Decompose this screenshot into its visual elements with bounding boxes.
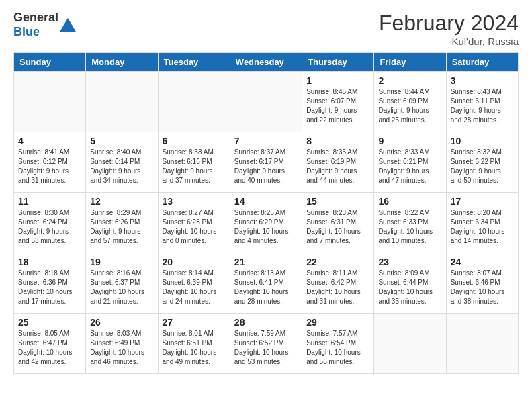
table-row: 20Sunrise: 8:14 AM Sunset: 6:39 PM Dayli… [158,253,230,314]
day-number: 25 [18,317,81,328]
table-row: 25Sunrise: 8:05 AM Sunset: 6:47 PM Dayli… [14,314,86,374]
col-thursday: Thursday [302,53,374,72]
day-info: Sunrise: 8:27 AM Sunset: 6:28 PM Dayligh… [163,208,226,246]
day-info: Sunrise: 8:38 AM Sunset: 6:16 PM Dayligh… [163,148,226,185]
day-info: Sunrise: 8:35 AM Sunset: 6:19 PM Dayligh… [306,148,369,185]
day-info: Sunrise: 8:41 AM Sunset: 6:12 PM Dayligh… [18,148,81,185]
table-row [14,72,86,132]
col-saturday: Saturday [446,53,518,72]
day-info: Sunrise: 8:44 AM Sunset: 6:09 PM Dayligh… [378,87,441,125]
calendar-body: 1Sunrise: 8:45 AM Sunset: 6:07 PM Daylig… [14,72,519,374]
calendar-week-row: 11Sunrise: 8:30 AM Sunset: 6:24 PM Dayli… [14,193,519,253]
table-row [230,72,302,132]
logo: General Blue [13,11,76,39]
day-number: 29 [306,317,369,328]
calendar-week-row: 1Sunrise: 8:45 AM Sunset: 6:07 PM Daylig… [14,72,519,132]
day-number: 15 [306,196,369,207]
day-number: 23 [378,257,441,267]
day-number: 5 [90,136,153,146]
day-number: 9 [378,136,441,146]
table-row: 11Sunrise: 8:30 AM Sunset: 6:24 PM Dayli… [14,193,86,253]
day-number: 7 [234,136,298,146]
day-info: Sunrise: 8:18 AM Sunset: 6:36 PM Dayligh… [18,269,81,306]
day-info: Sunrise: 8:45 AM Sunset: 6:07 PM Dayligh… [306,87,369,125]
table-row: 3Sunrise: 8:43 AM Sunset: 6:11 PM Daylig… [446,72,518,132]
calendar-week-row: 18Sunrise: 8:18 AM Sunset: 6:36 PM Dayli… [14,253,519,314]
day-number: 22 [306,257,369,267]
table-row [374,314,446,374]
month-title: February 2024 [379,11,519,36]
calendar-week-row: 25Sunrise: 8:05 AM Sunset: 6:47 PM Dayli… [14,314,519,374]
calendar-table: Sunday Monday Tuesday Wednesday Thursday… [13,52,519,374]
table-row: 21Sunrise: 8:13 AM Sunset: 6:41 PM Dayli… [230,253,302,314]
day-number: 26 [90,317,153,328]
table-row: 15Sunrise: 8:23 AM Sunset: 6:31 PM Dayli… [302,193,374,253]
day-info: Sunrise: 8:29 AM Sunset: 6:26 PM Dayligh… [90,208,153,246]
day-number: 8 [306,136,369,146]
day-number: 3 [451,75,514,86]
day-number: 19 [90,257,153,267]
table-row: 26Sunrise: 8:03 AM Sunset: 6:49 PM Dayli… [86,314,158,374]
calendar-week-row: 4Sunrise: 8:41 AM Sunset: 6:12 PM Daylig… [14,132,519,193]
day-number: 17 [451,196,514,207]
day-info: Sunrise: 8:30 AM Sunset: 6:24 PM Dayligh… [18,208,81,246]
col-sunday: Sunday [14,53,86,72]
table-row [158,72,230,132]
location-subtitle: Kul'dur, Russia [379,36,519,47]
day-info: Sunrise: 8:20 AM Sunset: 6:34 PM Dayligh… [451,208,514,246]
table-row: 19Sunrise: 8:16 AM Sunset: 6:37 PM Dayli… [86,253,158,314]
day-number: 16 [378,196,441,207]
header-row: Sunday Monday Tuesday Wednesday Thursday… [14,53,519,72]
logo-general: General [13,11,58,24]
calendar-header: Sunday Monday Tuesday Wednesday Thursday… [14,53,519,72]
day-number: 2 [378,75,441,86]
day-number: 27 [163,317,226,328]
logo-blue: Blue [13,25,40,38]
table-row [86,72,158,132]
table-row: 28Sunrise: 7:59 AM Sunset: 6:52 PM Dayli… [230,314,302,374]
table-row: 9Sunrise: 8:33 AM Sunset: 6:21 PM Daylig… [374,132,446,193]
day-number: 10 [451,136,514,146]
logo-icon [60,18,76,32]
day-info: Sunrise: 8:43 AM Sunset: 6:11 PM Dayligh… [451,87,514,125]
col-tuesday: Tuesday [158,53,230,72]
day-info: Sunrise: 7:59 AM Sunset: 6:52 PM Dayligh… [234,329,298,367]
table-row: 5Sunrise: 8:40 AM Sunset: 6:14 PM Daylig… [86,132,158,193]
day-info: Sunrise: 8:33 AM Sunset: 6:21 PM Dayligh… [378,148,441,185]
day-number: 18 [18,257,81,267]
col-friday: Friday [374,53,446,72]
col-wednesday: Wednesday [230,53,302,72]
table-row: 16Sunrise: 8:22 AM Sunset: 6:33 PM Dayli… [374,193,446,253]
day-number: 1 [306,75,369,86]
day-info: Sunrise: 8:03 AM Sunset: 6:49 PM Dayligh… [90,329,153,367]
day-info: Sunrise: 8:22 AM Sunset: 6:33 PM Dayligh… [378,208,441,246]
day-info: Sunrise: 8:16 AM Sunset: 6:37 PM Dayligh… [90,269,153,306]
day-number: 20 [163,257,226,267]
day-info: Sunrise: 8:32 AM Sunset: 6:22 PM Dayligh… [451,148,514,185]
table-row: 22Sunrise: 8:11 AM Sunset: 6:42 PM Dayli… [302,253,374,314]
table-row: 29Sunrise: 7:57 AM Sunset: 6:54 PM Dayli… [302,314,374,374]
table-row: 24Sunrise: 8:07 AM Sunset: 6:46 PM Dayli… [446,253,518,314]
day-number: 12 [90,196,153,207]
table-row: 4Sunrise: 8:41 AM Sunset: 6:12 PM Daylig… [14,132,86,193]
title-area: February 2024 Kul'dur, Russia [379,11,519,47]
table-row: 2Sunrise: 8:44 AM Sunset: 6:09 PM Daylig… [374,72,446,132]
day-info: Sunrise: 8:40 AM Sunset: 6:14 PM Dayligh… [90,148,153,185]
table-row: 27Sunrise: 8:01 AM Sunset: 6:51 PM Dayli… [158,314,230,374]
day-info: Sunrise: 8:13 AM Sunset: 6:41 PM Dayligh… [234,269,298,306]
day-number: 28 [234,317,298,328]
table-row: 7Sunrise: 8:37 AM Sunset: 6:17 PM Daylig… [230,132,302,193]
day-number: 24 [451,257,514,267]
col-monday: Monday [86,53,158,72]
day-info: Sunrise: 8:01 AM Sunset: 6:51 PM Dayligh… [163,329,226,367]
table-row: 10Sunrise: 8:32 AM Sunset: 6:22 PM Dayli… [446,132,518,193]
day-info: Sunrise: 8:07 AM Sunset: 6:46 PM Dayligh… [451,269,514,306]
day-number: 11 [18,196,81,207]
day-info: Sunrise: 8:37 AM Sunset: 6:17 PM Dayligh… [234,148,298,185]
table-row: 17Sunrise: 8:20 AM Sunset: 6:34 PM Dayli… [446,193,518,253]
svg-marker-0 [60,18,76,32]
day-info: Sunrise: 8:11 AM Sunset: 6:42 PM Dayligh… [306,269,369,306]
day-number: 4 [18,136,81,146]
day-info: Sunrise: 8:05 AM Sunset: 6:47 PM Dayligh… [18,329,81,367]
day-number: 13 [163,196,226,207]
